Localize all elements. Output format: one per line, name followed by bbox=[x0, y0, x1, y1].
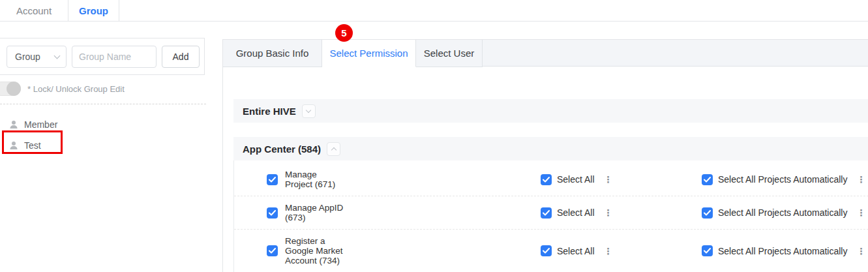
group-type-select-value: Group bbox=[15, 52, 40, 62]
app-center-permission-list: Manage Project (671) Select All ⋮ bbox=[233, 160, 868, 272]
kebab-menu-icon[interactable]: ⋮ bbox=[856, 174, 865, 185]
select-all-cell: Select All ⋮ bbox=[541, 174, 702, 185]
tab-select-permission[interactable]: Select Permission bbox=[322, 40, 416, 67]
permission-name-cell: Manage Project (671) bbox=[234, 170, 541, 189]
check-icon bbox=[704, 210, 711, 216]
kebab-menu-icon[interactable]: ⋮ bbox=[604, 207, 613, 218]
main-panel: 5 Group Basic Info Select Permission Sel… bbox=[222, 39, 868, 272]
checkbox-checked[interactable] bbox=[541, 174, 552, 185]
permission-row: Manage Project (671) Select All ⋮ bbox=[234, 163, 868, 196]
tab-account-label: Account bbox=[16, 5, 52, 16]
select-all-auto-cell: Select All Projects Automatically ⋮ bbox=[702, 207, 865, 219]
kebab-menu-icon[interactable]: ⋮ bbox=[856, 207, 865, 218]
select-all-label: Select All bbox=[557, 174, 595, 185]
checkbox-checked[interactable] bbox=[267, 174, 278, 185]
checkbox-checked[interactable] bbox=[702, 207, 713, 219]
checkbox-checked[interactable] bbox=[541, 207, 552, 219]
tab-bar-filler bbox=[483, 40, 868, 67]
permission-row: Register a Google Market Account (734) S… bbox=[234, 229, 868, 272]
check-icon bbox=[269, 210, 276, 216]
checkbox-checked[interactable] bbox=[267, 245, 278, 256]
select-all-auto-cell: Select All Projects Automatically ⋮ bbox=[702, 245, 865, 256]
collapse-section-button[interactable] bbox=[327, 142, 340, 156]
group-list-item-test[interactable]: Test bbox=[0, 135, 207, 156]
check-icon bbox=[543, 210, 550, 216]
section-app-center: App Center (584) bbox=[233, 137, 868, 160]
lock-unlock-toggle[interactable] bbox=[0, 82, 21, 96]
permission-content: Entire HIVE App Center (584) bbox=[223, 67, 868, 272]
check-icon bbox=[269, 248, 276, 254]
select-all-auto-label: Select All Projects Automatically bbox=[718, 246, 847, 256]
tab-group[interactable]: Group bbox=[68, 0, 119, 22]
permission-row: Manage AppID (673) Select All ⋮ bbox=[234, 196, 868, 229]
select-all-cell: Select All ⋮ bbox=[541, 207, 702, 219]
permission-label: Register a Google Market Account (734) bbox=[285, 236, 343, 265]
tab-group-label: Group bbox=[79, 5, 108, 16]
select-all-label: Select All bbox=[557, 207, 595, 218]
tab-label: Group Basic Info bbox=[236, 48, 309, 59]
permission-name-cell: Manage AppID (673) bbox=[234, 203, 541, 222]
check-icon bbox=[704, 177, 711, 183]
chevron-up-icon bbox=[331, 147, 336, 152]
group-type-select[interactable]: Group bbox=[7, 46, 67, 68]
select-all-label: Select All bbox=[557, 246, 595, 256]
sidebar: Group Add * Lock/ Unlock Group Edit Memb… bbox=[0, 38, 207, 156]
main-tab-bar: 5 Group Basic Info Select Permission Sel… bbox=[223, 39, 868, 67]
group-item-label: Test bbox=[24, 140, 41, 151]
tab-select-user[interactable]: Select User bbox=[416, 40, 483, 67]
tab-account[interactable]: Account bbox=[0, 0, 68, 22]
person-icon bbox=[8, 119, 19, 130]
chevron-down-icon bbox=[54, 52, 61, 59]
chevron-down-icon bbox=[306, 107, 311, 112]
checkbox-checked[interactable] bbox=[541, 245, 552, 256]
permission-label: Manage AppID (673) bbox=[285, 203, 343, 222]
permission-label: Manage Project (671) bbox=[285, 170, 335, 189]
checkbox-checked[interactable] bbox=[702, 245, 713, 256]
check-icon bbox=[704, 248, 711, 254]
kebab-menu-icon[interactable]: ⋮ bbox=[604, 174, 613, 185]
checkbox-checked[interactable] bbox=[702, 174, 713, 185]
sidebar-divider bbox=[0, 104, 206, 104]
group-item-label: Member bbox=[24, 119, 57, 130]
group-create-panel: Group Add bbox=[0, 38, 205, 75]
select-all-auto-label: Select All Projects Automatically bbox=[718, 207, 847, 218]
check-icon bbox=[269, 177, 276, 183]
group-name-input[interactable] bbox=[72, 46, 157, 68]
top-tab-bar: Account Group bbox=[0, 0, 868, 22]
toggle-knob bbox=[7, 82, 21, 96]
lock-toggle-label: * Lock/ Unlock Group Edit bbox=[27, 84, 125, 94]
tab-label: Select Permission bbox=[329, 48, 408, 59]
checkbox-checked[interactable] bbox=[267, 207, 278, 219]
person-icon bbox=[8, 140, 19, 151]
check-icon bbox=[543, 177, 550, 183]
select-all-auto-label: Select All Projects Automatically bbox=[718, 174, 847, 185]
group-list-item-member[interactable]: Member bbox=[0, 114, 207, 135]
section-entire-hive: Entire HIVE bbox=[233, 99, 868, 123]
lock-toggle-row: * Lock/ Unlock Group Edit bbox=[0, 81, 207, 97]
section-title: Entire HIVE bbox=[243, 106, 296, 117]
kebab-menu-icon[interactable]: ⋮ bbox=[856, 246, 865, 256]
section-title: App Center (584) bbox=[243, 144, 321, 155]
tab-label: Select User bbox=[424, 48, 475, 59]
check-icon bbox=[543, 248, 550, 254]
tab-group-basic-info[interactable]: Group Basic Info bbox=[223, 40, 322, 67]
kebab-menu-icon[interactable]: ⋮ bbox=[604, 246, 613, 256]
select-all-cell: Select All ⋮ bbox=[541, 245, 702, 256]
permission-name-cell: Register a Google Market Account (734) bbox=[234, 236, 541, 265]
annotation-step-badge: 5 bbox=[335, 24, 353, 42]
add-group-button[interactable]: Add bbox=[162, 46, 200, 68]
group-list: Member Test bbox=[0, 114, 207, 156]
select-all-auto-cell: Select All Projects Automatically ⋮ bbox=[702, 174, 865, 185]
expand-section-button[interactable] bbox=[302, 104, 316, 118]
